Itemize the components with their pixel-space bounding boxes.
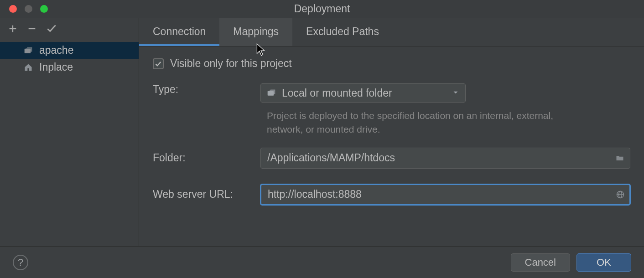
server-list: apache Inplace — [0, 41, 139, 76]
sidebar-item-label: Inplace — [39, 61, 73, 73]
dialog-footer: ? Cancel OK — [0, 246, 644, 278]
type-select[interactable]: Local or mounted folder — [260, 83, 466, 103]
type-description: Project is deployed to the specified loc… — [260, 109, 580, 137]
cancel-button[interactable]: Cancel — [511, 253, 570, 272]
browse-folder-icon[interactable] — [615, 154, 625, 163]
home-icon — [22, 63, 35, 72]
window-titlebar: Deployment — [0, 0, 644, 18]
type-value: Local or mounted folder — [282, 87, 392, 99]
url-row: Web server URL: — [153, 184, 630, 205]
sidebar-item-apache[interactable]: apache — [0, 42, 139, 59]
svg-rect-4 — [268, 91, 274, 96]
type-row: Type: Local or mounted folder Project is… — [153, 83, 630, 137]
sidebar-item-inplace[interactable]: Inplace — [0, 59, 139, 76]
window-close-button[interactable] — [9, 5, 17, 13]
window-title: Deployment — [294, 3, 350, 15]
add-button[interactable] — [7, 22, 18, 37]
type-label: Type: — [153, 83, 260, 96]
tab-bar: Connection Mappings Excluded Paths — [139, 18, 644, 46]
svg-rect-3 — [25, 48, 31, 53]
deployment-sidebar: apache Inplace — [0, 18, 139, 246]
sidebar-item-label: apache — [39, 44, 73, 57]
url-label: Web server URL: — [153, 188, 260, 201]
window-maximize-button[interactable] — [40, 5, 48, 13]
tab-excluded-paths[interactable]: Excluded Paths — [292, 18, 393, 46]
ok-button[interactable]: OK — [576, 253, 631, 272]
connection-form: Visible only for this project Type: Loca… — [139, 46, 644, 216]
visible-only-row: Visible only for this project — [153, 57, 630, 70]
tab-mappings[interactable]: Mappings — [219, 18, 292, 46]
visible-only-label: Visible only for this project — [170, 57, 292, 70]
folder-row: Folder: — [153, 148, 630, 169]
help-button[interactable]: ? — [13, 255, 28, 270]
tab-connection[interactable]: Connection — [139, 18, 219, 46]
set-default-button[interactable] — [46, 22, 57, 37]
folder-label: Folder: — [153, 152, 260, 164]
chevron-down-icon — [452, 87, 460, 99]
server-icon — [22, 46, 35, 55]
traffic-lights — [0, 5, 48, 13]
main-panel: Connection Mappings Excluded Paths Visib… — [139, 18, 644, 246]
sidebar-toolbar — [0, 18, 139, 41]
remove-button[interactable] — [26, 22, 37, 37]
visible-only-checkbox[interactable] — [153, 58, 164, 69]
web-server-url-input[interactable] — [260, 184, 630, 205]
window-minimize-button[interactable] — [25, 5, 32, 13]
globe-icon[interactable] — [616, 190, 625, 199]
server-icon — [266, 88, 276, 98]
folder-input[interactable] — [260, 148, 630, 169]
